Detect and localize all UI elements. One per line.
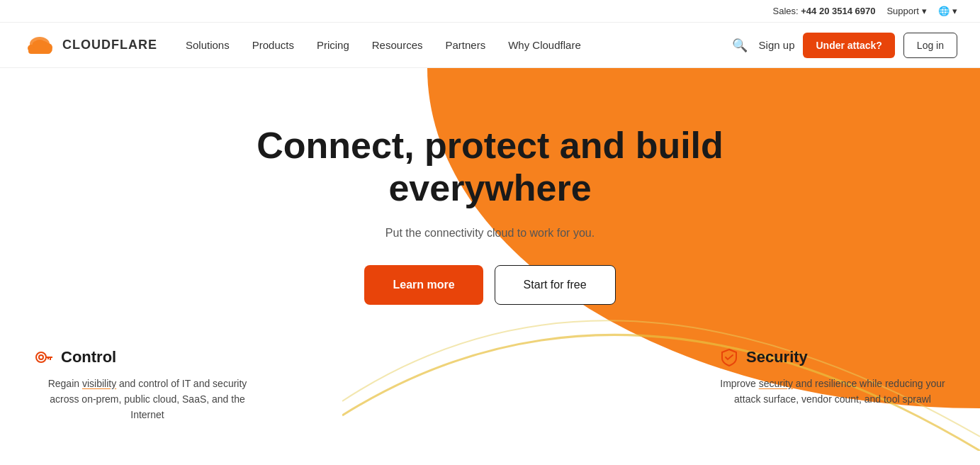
navbar: CLOUDFLARE Solutions Products Pricing Re…	[0, 23, 980, 68]
control-highlight: visibility	[82, 378, 116, 389]
feature-cards: Control Regain visibility and control of…	[0, 347, 980, 423]
hero-section: Connect, protect and build everywhere Pu…	[0, 68, 980, 451]
hero-content: Connect, protect and build everywhere Pu…	[0, 68, 980, 423]
control-icon	[34, 347, 54, 367]
language-selector[interactable]: 🌐 ▾	[938, 6, 957, 16]
svg-rect-4	[28, 48, 51, 54]
hero-buttons: Learn more Start for free	[364, 265, 615, 305]
nav-pricing[interactable]: Pricing	[317, 39, 349, 51]
globe-icon: 🌐	[938, 6, 950, 16]
sales-label: Sales:	[773, 6, 799, 16]
nav-links: Solutions Products Pricing Resources Par…	[186, 39, 729, 51]
svg-point-5	[36, 352, 46, 362]
chevron-down-icon: ▾	[922, 6, 927, 16]
nav-solutions[interactable]: Solutions	[186, 39, 230, 51]
hero-subtitle: Put the connectivity cloud to work for y…	[385, 227, 595, 240]
top-bar: Sales: +44 20 3514 6970 Support ▾ 🌐 ▾	[0, 0, 980, 23]
nav-actions: 🔍 Sign up Under attack? Log in	[729, 33, 957, 58]
control-card-title: Control	[34, 347, 261, 367]
chevron-down-icon: ▾	[952, 6, 957, 16]
signup-button[interactable]: Sign up	[759, 39, 795, 51]
feature-card-security: Security Improve security and resilience…	[719, 347, 946, 423]
start-free-button[interactable]: Start for free	[495, 265, 616, 305]
security-icon	[719, 347, 739, 367]
hero-title: Connect, protect and build everywhere	[249, 125, 731, 210]
nav-resources[interactable]: Resources	[372, 39, 423, 51]
learn-more-button[interactable]: Learn more	[364, 265, 483, 305]
cloudflare-logo-icon	[23, 34, 57, 57]
security-card-title: Security	[719, 347, 946, 367]
search-button[interactable]: 🔍	[729, 35, 750, 56]
control-description: Regain visibility and control of IT and …	[34, 376, 261, 423]
login-button[interactable]: Log in	[903, 33, 957, 58]
feature-card-control: Control Regain visibility and control of…	[34, 347, 261, 423]
security-title: Security	[746, 348, 808, 366]
support-label: Support	[886, 6, 919, 16]
control-title: Control	[61, 348, 116, 366]
support-menu[interactable]: Support ▾	[886, 6, 927, 16]
logo-link[interactable]: CLOUDFLARE	[23, 34, 157, 57]
security-highlight: security	[759, 378, 793, 389]
logo-text: CLOUDFLARE	[62, 38, 157, 52]
search-icon: 🔍	[732, 38, 748, 52]
nav-products[interactable]: Products	[252, 39, 294, 51]
nav-partners[interactable]: Partners	[445, 39, 485, 51]
svg-point-6	[39, 355, 43, 359]
under-attack-button[interactable]: Under attack?	[803, 33, 894, 58]
sales-phone: +44 20 3514 6970	[801, 6, 875, 16]
nav-why-cloudflare[interactable]: Why Cloudflare	[508, 39, 581, 51]
security-description: Improve security and resilience while re…	[719, 376, 946, 408]
sales-info: Sales: +44 20 3514 6970	[773, 6, 876, 16]
